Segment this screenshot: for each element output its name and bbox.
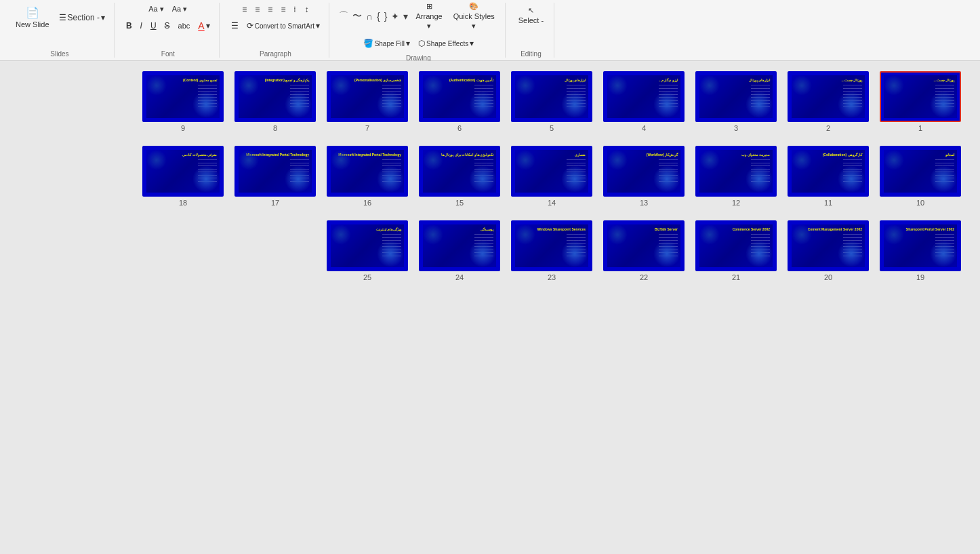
new-slide-button[interactable]: 📄 New Slide <box>11 3 54 32</box>
list-item[interactable]: Microsoft Integrated Portal Technology‫—… <box>234 146 316 207</box>
align-left-button[interactable]: ≡ <box>239 3 250 16</box>
list-item[interactable]: پورتال جست...‫————————‫————————‫————————… <box>788 71 869 132</box>
shape-effects-button[interactable]: ⬡ Shape Effects ▾ <box>415 37 477 50</box>
list-item[interactable]: ویژگی‌های اینترنت‫————————‫————————‫————… <box>327 220 408 281</box>
slides-grid: پورتال جست...‫————————‫————————‫————————… <box>14 68 966 292</box>
slide-number: 24 <box>455 273 464 281</box>
list-item[interactable]: مدیریت محتوای وب‫————————‫————————‫—————… <box>695 146 777 207</box>
bullets-button[interactable]: ☰ <box>228 19 242 33</box>
list-item[interactable]: یکپارچگی و تجمع (Integration)‫————————‫—… <box>234 71 316 132</box>
arrange-dropdown: ▾ <box>427 22 431 31</box>
slide-number: 15 <box>455 199 464 207</box>
list-item[interactable]: Commerce Server 2002‫————————‫————————‫—… <box>695 220 777 281</box>
columns-button[interactable]: ⁞ <box>290 3 300 16</box>
slide-number: 11 <box>824 199 832 207</box>
list-item[interactable]: تأمین هویت (Authentication)‫————————‫———… <box>419 71 500 132</box>
font-size-button[interactable]: Aa ▾ <box>169 3 191 16</box>
arc-shape[interactable]: ⌒ <box>338 9 350 23</box>
list-item[interactable]: شخصی‌سازی (Personalisation)‫————————‫———… <box>327 71 408 132</box>
font-color-button[interactable]: A ▾ <box>195 18 213 33</box>
slide-number: 4 <box>642 124 646 132</box>
list-item[interactable]: گردش‌کار (Workflow)‫————————‫————————‫——… <box>603 146 685 207</box>
underline-icon: U <box>150 21 157 31</box>
list-item[interactable]: تجمع محتوی (Content)‫————————‫————————‫—… <box>142 71 224 132</box>
slide-thumbnail: ابزارهای پورتال‫————————‫————————‫——————… <box>695 71 777 122</box>
list-item[interactable]: کار گروهی (Collaboration)‫————————‫—————… <box>788 146 869 207</box>
slide-number: 22 <box>640 273 648 281</box>
list-item[interactable]: معرفی محصولات کادمی‫————————‫————————‫——… <box>142 146 224 207</box>
slide-number: 20 <box>824 273 832 281</box>
list-item[interactable]: Microsoft Integrated Portal Technology‫—… <box>327 146 408 207</box>
list-item[interactable]: ارز و دیگار م...‫————————‫————————‫—————… <box>603 71 685 132</box>
main-area: پورتال جست...‫————————‫————————‫————————… <box>0 61 980 554</box>
slide-number: 1 <box>918 124 922 132</box>
new-slide-label: New Slide <box>16 20 49 28</box>
list-item[interactable]: ابزارهای پورتال‫————————‫————————‫——————… <box>511 71 592 132</box>
slide-thumbnail: معرفی محصولات کادمی‫————————‫————————‫——… <box>142 146 224 197</box>
slide-thumbnail: ارز و دیگار م...‫————————‫————————‫—————… <box>603 71 685 122</box>
shape-fill-icon: 🪣 <box>363 39 373 48</box>
align-right-button[interactable]: ≡ <box>264 3 276 16</box>
brace-shape[interactable]: { <box>375 10 382 22</box>
list-item[interactable]: تکنولوژی‌ها و امکانات برای پورتال‌ها‫———… <box>419 146 500 207</box>
slides-group-label: Slides <box>50 49 68 58</box>
slide-number: 19 <box>916 273 924 281</box>
slide-thumbnail: تجمع محتوی (Content)‫————————‫————————‫—… <box>142 71 224 122</box>
brace2-shape[interactable]: } <box>383 10 389 22</box>
quick-styles-icon: 🎨 <box>469 2 478 11</box>
bold-icon: B <box>126 21 132 31</box>
slide-row: استانو‫————————‫————————‫————————‫——————… <box>14 142 966 210</box>
list-item[interactable]: BizTalk Server‫————————‫————————‫———————… <box>603 220 685 281</box>
slide-number: 18 <box>179 199 187 207</box>
slide-thumbnail: ابزارهای پورتال‫————————‫————————‫——————… <box>511 71 592 122</box>
slide-number: 8 <box>273 124 277 132</box>
slide-thumbnail: Sharepoint Portal Server 2002‫————————‫—… <box>880 220 961 271</box>
quick-styles-button[interactable]: 🎨 Quick Styles ▾ <box>449 0 499 34</box>
bold-button[interactable]: B <box>123 19 136 33</box>
arc2-shape[interactable]: ∩ <box>365 10 374 22</box>
paragraph-group: ≡ ≡ ≡ ≡ ⁞ ↕ ☰ ⟳ Convert to SmartArt ▾ Pa… <box>222 3 329 58</box>
font-color-label: A <box>198 20 204 31</box>
underline-button[interactable]: U <box>147 19 160 33</box>
list-item[interactable]: استانو‫————————‫————————‫————————‫——————… <box>880 146 961 207</box>
section-button[interactable]: ☰ Section - ▾ <box>56 11 108 24</box>
list-item[interactable]: Content Management Server 2002‫————————‫… <box>788 220 869 281</box>
more-shapes[interactable]: ▾ <box>402 10 409 22</box>
arrange-button[interactable]: ⊞ Arrange ▾ <box>411 0 447 34</box>
select-button[interactable]: ↖ Select - <box>514 3 548 28</box>
slide-thumbnail: کار گروهی (Collaboration)‫————————‫—————… <box>788 146 869 197</box>
line-spacing-button[interactable]: ↕ <box>301 3 312 16</box>
shape-fill-button[interactable]: 🪣 Shape Fill ▾ <box>360 37 413 50</box>
slide-thumbnail: پورتال جست...‫————————‫————————‫————————… <box>880 71 961 122</box>
slide-thumbnail: Commerce Server 2002‫————————‫————————‫—… <box>695 220 777 271</box>
wave-shape[interactable]: 〜 <box>351 9 363 23</box>
editing-group-label: Editing <box>520 49 542 58</box>
convert-smartart-button[interactable]: ⟳ Convert to SmartArt ▾ <box>243 19 323 33</box>
slide-number: 23 <box>548 273 556 281</box>
list-item[interactable]: Sharepoint Portal Server 2002‫————————‫—… <box>880 220 961 281</box>
slide-number: 10 <box>916 199 924 207</box>
star-shape[interactable]: ✦ <box>390 10 401 22</box>
shape-fill-dropdown: ▾ <box>406 39 410 48</box>
slide-thumbnail: پوسیدگی‫————————‫————————‫————————‫—————… <box>419 220 500 271</box>
slide-thumbnail: یکپارچگی و تجمع (Integration)‫————————‫—… <box>234 71 316 122</box>
slide-thumbnail: پورتال جست...‫————————‫————————‫————————… <box>788 71 869 122</box>
list-item[interactable]: Windows Sharepoint Services‫————————‫———… <box>511 220 592 281</box>
slide-thumbnail: گردش‌کار (Workflow)‫————————‫————————‫——… <box>603 146 685 197</box>
slides-panel[interactable]: پورتال جست...‫————————‫————————‫————————… <box>0 61 980 554</box>
list-item[interactable]: ابزارهای پورتال‫————————‫————————‫——————… <box>695 71 777 132</box>
justify-button[interactable]: ≡ <box>277 3 289 16</box>
italic-button[interactable]: I <box>137 19 146 33</box>
select-label: Select - <box>518 16 544 24</box>
align-center-button[interactable]: ≡ <box>251 3 263 16</box>
list-item[interactable]: پوسیدگی‫————————‫————————‫————————‫—————… <box>419 220 500 281</box>
list-item[interactable]: پورتال جست...‫————————‫————————‫————————… <box>880 71 961 132</box>
font-select-button[interactable]: Aa ▾ <box>145 3 167 16</box>
select-icon: ↖ <box>528 6 534 15</box>
strikethrough-button[interactable]: S <box>161 19 173 33</box>
font-shadow-button[interactable]: abc <box>175 20 194 32</box>
font-color-dropdown: ▾ <box>206 21 210 31</box>
convert-smartart-label: Convert to SmartArt <box>255 22 314 30</box>
editing-group: ↖ Select - Editing <box>508 3 554 58</box>
list-item[interactable]: معماری‫————————‫————————‫————————‫——————… <box>511 146 592 207</box>
